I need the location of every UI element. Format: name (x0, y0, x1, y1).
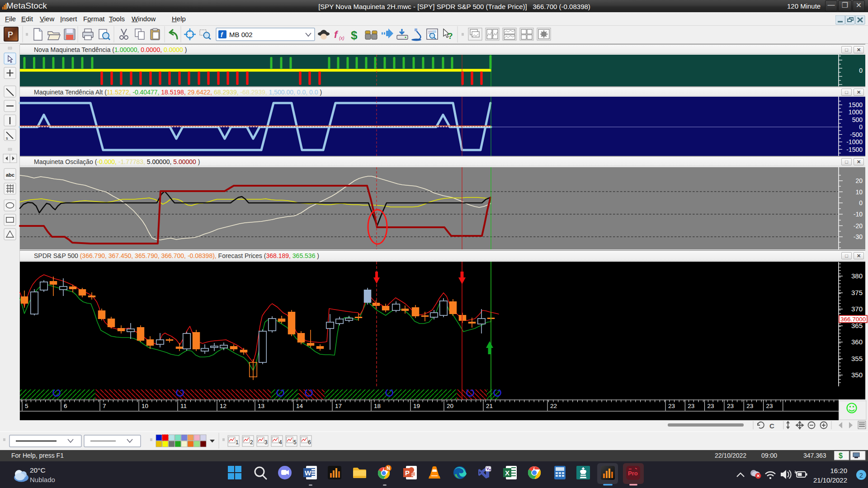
svg-text:6: 6 (308, 439, 311, 446)
svg-text:350: 350 (851, 371, 863, 379)
svg-text:0: 0 (859, 123, 863, 131)
svg-text:23: 23 (746, 403, 753, 409)
svg-text:s: s (6, 136, 8, 141)
svg-text:14: 14 (296, 403, 303, 409)
svg-text:23: 23 (727, 403, 734, 409)
svg-text:0: 0 (859, 67, 863, 74)
svg-text:355: 355 (851, 355, 863, 362)
svg-text:10: 10 (855, 188, 863, 196)
svg-text:23: 23 (708, 403, 714, 409)
svg-text:20: 20 (447, 403, 453, 409)
svg-text:-1500: -1500 (846, 146, 863, 153)
svg-text:W: W (305, 469, 311, 477)
svg-text:21: 21 (486, 403, 493, 409)
svg-text:16:20: 16:20 (830, 467, 847, 474)
svg-text:0: 0 (859, 199, 863, 206)
svg-text:370: 370 (851, 305, 863, 313)
svg-text:Pro: Pro (628, 470, 638, 477)
svg-text:12: 12 (220, 403, 226, 409)
svg-text:23: 23 (766, 403, 773, 409)
svg-text:18: 18 (374, 403, 381, 409)
svg-text:C: C (769, 422, 774, 430)
svg-text:360: 360 (851, 338, 863, 346)
svg-text:19: 19 (413, 403, 420, 409)
svg-text:7: 7 (103, 403, 106, 409)
svg-text:1000: 1000 (849, 108, 863, 116)
svg-text:6: 6 (64, 403, 67, 409)
svg-text:-500: -500 (850, 131, 863, 138)
svg-text:11: 11 (180, 403, 187, 409)
svg-text:23: 23 (668, 403, 675, 409)
svg-text:abc: abc (6, 172, 14, 178)
svg-text:P: P (405, 469, 410, 477)
svg-text:-20: -20 (854, 222, 863, 230)
svg-text:-1000: -1000 (846, 138, 863, 145)
svg-text:N: N (387, 466, 390, 471)
svg-text:10: 10 (142, 403, 148, 409)
svg-text:380: 380 (851, 272, 863, 280)
svg-text:$: $ (839, 452, 843, 460)
svg-text:2: 2 (250, 439, 253, 446)
svg-text:X: X (505, 469, 509, 477)
svg-text:1500: 1500 (849, 101, 863, 108)
svg-text:20: 20 (855, 177, 863, 184)
svg-text:-10: -10 (854, 211, 863, 218)
svg-text:375: 375 (851, 289, 863, 296)
svg-text:4: 4 (279, 439, 282, 446)
svg-text:1: 1 (236, 439, 239, 446)
svg-text:500: 500 (852, 116, 863, 123)
svg-text:-30: -30 (854, 233, 863, 240)
svg-text:5: 5 (25, 403, 28, 409)
svg-text:23: 23 (688, 403, 694, 409)
svg-text:21/10/2022: 21/10/2022 (813, 476, 847, 484)
svg-text:3: 3 (264, 439, 268, 446)
svg-text:17: 17 (335, 403, 342, 409)
svg-text:13: 13 (258, 403, 264, 409)
svg-text:22: 22 (550, 403, 557, 409)
svg-text:366.7000: 366.7000 (840, 316, 866, 323)
svg-text:2: 2 (859, 472, 863, 479)
svg-text:5: 5 (293, 439, 297, 446)
